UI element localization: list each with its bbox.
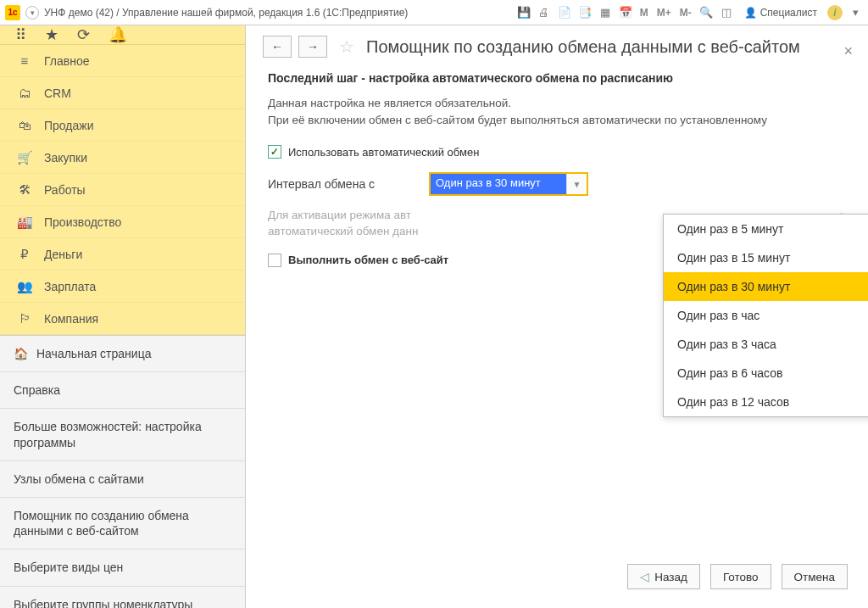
step-description: Данная настройка не является обязательно… (268, 95, 846, 128)
cancel-button[interactable]: Отмена (782, 564, 848, 589)
sidebar-item-label: Зарплата (44, 280, 96, 293)
m-minus-icon[interactable]: M- (678, 5, 693, 20)
sidebar-link-0[interactable]: 🏠Начальная страница (0, 336, 245, 372)
calendar-icon[interactable]: 📅 (618, 5, 633, 20)
back-button-label: Назад (654, 571, 687, 583)
arrow-left-icon: ◁ (640, 570, 649, 583)
sidebar-item-7[interactable]: 👥Зарплата (0, 271, 245, 303)
sidebar-item-icon: ≡ (17, 53, 32, 68)
save-icon[interactable]: 💾 (516, 5, 531, 20)
bell-icon[interactable]: 🔔 (108, 25, 127, 44)
star-icon[interactable]: ★ (45, 25, 58, 44)
step-description-line1: Данная настройка не является обязательно… (268, 97, 511, 109)
titlebar: 1c ▾ УНФ демо (42) / Управление нашей фи… (0, 0, 868, 25)
checkbox-unchecked-icon[interactable] (268, 254, 281, 267)
sidebar-item-label: Деньги (44, 248, 82, 261)
step-heading: Последний шаг - настройка автоматическог… (268, 71, 846, 85)
finish-button[interactable]: Готово (710, 564, 771, 589)
interval-label: Интервал обмена с (268, 177, 412, 191)
interval-option-2[interactable]: Один раз в 30 минут (664, 272, 868, 301)
table-icon[interactable]: ▦ (598, 5, 613, 20)
sidebar-item-label: Работы (44, 183, 86, 197)
interval-option-5[interactable]: Один раз в 6 часов (664, 359, 868, 388)
sidebar-top-toolbar: ⠿ ★ ⟳ 🔔 (0, 25, 245, 45)
hint-line2: автоматический обмен данн (268, 225, 418, 237)
interval-option-3[interactable]: Один раз в час (664, 301, 868, 330)
sidebar-item-label: Компания (44, 312, 98, 326)
content-pane: × ← → ☆ Помощник по созданию обмена данн… (246, 25, 868, 608)
zoom-icon[interactable]: 🔍 (698, 5, 714, 20)
interval-option-4[interactable]: Один раз в 3 часа (664, 330, 868, 359)
sidebar-item-label: Главное (44, 54, 90, 68)
sidebar-link-6[interactable]: Выберите группы номенклатуры (0, 587, 245, 609)
info-icon[interactable]: i (827, 5, 843, 20)
sidebar-item-label: Продажи (44, 119, 93, 132)
compare-icon[interactable]: 📑 (577, 5, 593, 20)
sidebar-item-label: Производство (44, 215, 121, 229)
wizard-footer: ◁Назад Готово Отмена (627, 564, 848, 589)
checkbox-checked-icon[interactable]: ✓ (268, 145, 281, 159)
print-icon[interactable]: 🖨 (537, 5, 552, 20)
nav-back-button[interactable]: ← (263, 36, 292, 58)
cancel-button-label: Отмена (794, 571, 835, 583)
interval-field: Интервал обмена с Один раз в 30 минут ▼ (268, 172, 846, 196)
m-plus-icon[interactable]: M+ (655, 5, 673, 20)
doc-icon[interactable]: 📄 (557, 5, 572, 20)
sidebar-item-2[interactable]: 🛍Продажи (0, 109, 245, 142)
chevron-down-icon[interactable]: ▼ (566, 174, 587, 194)
user-label[interactable]: 👤 Специалист (739, 7, 822, 19)
interval-combo-value[interactable]: Один раз в 30 минут (431, 174, 566, 194)
run-now-label: Выполнить обмен с веб-сайт (288, 254, 448, 266)
app-logo-icon: 1c (5, 5, 20, 20)
sidebar-item-0[interactable]: ≡Главное (0, 45, 245, 77)
page-title: Помощник по созданию обмена данными с ве… (366, 37, 800, 57)
sidebar-item-label: Закупки (44, 151, 87, 165)
titlebar-toolbar: 💾 🖨 📄 📑 ▦ 📅 M M+ M- 🔍 ◫ 👤 Специалист i ▾ (516, 5, 863, 20)
sidebar-item-icon: 🛍 (17, 118, 32, 132)
auto-exchange-checkbox-row[interactable]: ✓ Использовать автоматический обмен (268, 145, 846, 159)
interval-option-6[interactable]: Один раз в 12 часов (664, 388, 868, 416)
sidebar-item-icon: 🗂 (17, 86, 32, 100)
user-name: Специалист (760, 7, 817, 19)
sidebar-item-4[interactable]: 🛠Работы (0, 174, 245, 206)
interval-combo[interactable]: Один раз в 30 минут ▼ (429, 172, 588, 196)
m-icon[interactable]: M (638, 5, 650, 20)
content-header: ← → ☆ Помощник по созданию обмена данным… (246, 25, 868, 66)
sidebar-item-1[interactable]: 🗂CRM (0, 77, 245, 109)
sidebar-item-icon: 🛠 (17, 182, 32, 197)
hint-line1: Для активации режима авт (268, 209, 411, 221)
sidebar-link-5[interactable]: Выберите виды цен (0, 549, 245, 586)
back-button[interactable]: ◁Назад (627, 564, 700, 589)
interval-option-1[interactable]: Один раз в 15 минут (664, 243, 868, 272)
sidebar-item-icon: 🏭 (17, 215, 32, 230)
apps-grid-icon[interactable]: ⠿ (15, 25, 26, 44)
sidebar-link-3[interactable]: Узлы обмена с сайтами (0, 461, 245, 498)
interval-dropdown-panel: Один раз в 5 минутОдин раз в 15 минутОди… (663, 214, 868, 417)
nav-forward-button[interactable]: → (298, 36, 327, 58)
app-menu-dropdown-icon[interactable]: ▾ (25, 6, 39, 20)
panels-icon[interactable]: ◫ (719, 5, 734, 20)
sidebar-item-icon: ₽ (17, 247, 32, 262)
favorite-star-icon[interactable]: ☆ (339, 36, 354, 57)
sidebar-item-8[interactable]: 🏳Компания (0, 303, 245, 335)
titlebar-dropdown-icon[interactable]: ▾ (848, 5, 863, 20)
sidebar-link-4[interactable]: Помощник по созданию обмена данными с ве… (0, 498, 245, 549)
sidebar-item-label: CRM (44, 86, 71, 100)
sidebar: ⠿ ★ ⟳ 🔔 ≡Главное🗂CRM🛍Продажи🛒Закупки🛠Раб… (0, 25, 246, 608)
interval-option-0[interactable]: Один раз в 5 минут (664, 215, 868, 243)
sidebar-item-5[interactable]: 🏭Производство (0, 206, 245, 238)
sidebar-item-icon: 🏳 (17, 311, 32, 326)
sidebar-item-6[interactable]: ₽Деньги (0, 238, 245, 271)
sidebar-link-1[interactable]: Справка (0, 372, 245, 409)
sidebar-item-icon: 🛒 (17, 150, 32, 165)
finish-button-label: Готово (723, 571, 759, 583)
sidebar-link-2[interactable]: Больше возможностей: настройка программы (0, 409, 245, 460)
sidebar-item-icon: 👥 (17, 279, 32, 294)
close-icon[interactable]: × (843, 42, 853, 60)
step-description-line2: При её включении обмен с веб-сайтом буде… (268, 114, 767, 126)
sidebar-item-3[interactable]: 🛒Закупки (0, 142, 245, 174)
window-title: УНФ демо (42) / Управление нашей фирмой,… (44, 7, 408, 19)
history-icon[interactable]: ⟳ (77, 25, 90, 44)
home-icon: 🏠 (14, 347, 28, 360)
auto-exchange-label: Использовать автоматический обмен (288, 146, 479, 159)
